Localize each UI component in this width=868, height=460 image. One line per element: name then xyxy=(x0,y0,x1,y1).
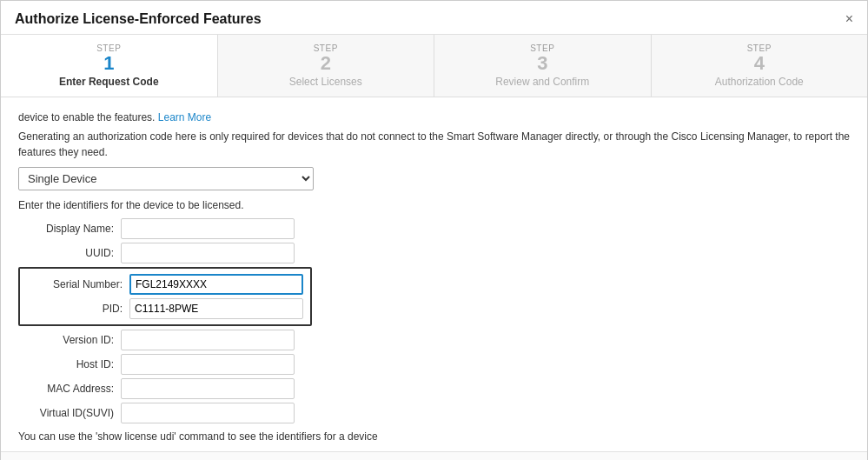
modal-footer: Cancel Next xyxy=(1,451,867,460)
version-id-input[interactable] xyxy=(121,330,295,350)
learn-more-link[interactable]: Learn More xyxy=(158,111,211,123)
device-info-text: device to enable the features. Learn Mor… xyxy=(18,110,850,125)
modal-content: device to enable the features. Learn Mor… xyxy=(1,97,867,451)
steps-bar: STEP 1 Enter Request Code STEP 2 Select … xyxy=(1,35,867,97)
form-row-serial-number: Serial Number: xyxy=(27,274,303,295)
device-text: device to enable the features. xyxy=(18,111,155,123)
form-row-uuid: UUID: xyxy=(18,243,850,263)
uuid-label: UUID: xyxy=(18,247,114,259)
identifiers-label: Enter the identifiers for the device to … xyxy=(18,199,850,211)
dropdown-row: Single Device Multiple Devices xyxy=(18,167,850,190)
form-row-display-name: Display Name: xyxy=(18,218,850,239)
info-line: Generating an authorization code here is… xyxy=(18,129,850,160)
step-2-number: 2 xyxy=(321,53,331,74)
step-4-name: Authorization Code xyxy=(715,76,804,88)
form-row-pid: PID: xyxy=(27,298,303,319)
step-2-name: Select Licenses xyxy=(289,76,362,88)
mac-address-label: MAC Address: xyxy=(18,383,114,395)
form-row-virtual-id: Virtual ID(SUVI) xyxy=(18,403,850,423)
virtual-id-label: Virtual ID(SUVI) xyxy=(18,407,114,419)
step-3-number: 3 xyxy=(537,53,547,74)
display-name-input[interactable] xyxy=(121,218,295,239)
step-1-number: 1 xyxy=(103,53,114,74)
step-1[interactable]: STEP 1 Enter Request Code xyxy=(1,35,218,97)
step-1-name: Enter Request Code xyxy=(59,76,159,88)
host-id-input[interactable] xyxy=(121,354,295,375)
step-2[interactable]: STEP 2 Select Licenses xyxy=(218,35,435,97)
uuid-input[interactable] xyxy=(121,243,295,263)
virtual-id-input[interactable] xyxy=(121,403,295,423)
step-3-name: Review and Confirm xyxy=(495,76,589,88)
step-4-number: 4 xyxy=(754,53,765,74)
step-4[interactable]: STEP 4 Authorization Code xyxy=(652,35,868,97)
host-id-label: Host ID: xyxy=(18,358,114,370)
display-name-label: Display Name: xyxy=(18,223,114,235)
form-section: Display Name: UUID: xyxy=(18,218,850,263)
pid-label: PID: xyxy=(27,303,123,315)
hint-text: You can use the 'show license udi' comma… xyxy=(18,430,850,443)
modal-header: Authorize License-Enforced Features × xyxy=(1,1,867,35)
device-type-select[interactable]: Single Device Multiple Devices xyxy=(18,167,314,190)
highlighted-fields-box: Serial Number: PID: xyxy=(18,267,312,326)
pid-input[interactable] xyxy=(129,298,303,319)
serial-number-label: Serial Number: xyxy=(27,278,123,290)
form-section-lower: Version ID: Host ID: MAC Address: Virtua… xyxy=(18,330,850,423)
close-button[interactable]: × xyxy=(845,12,853,26)
modal-title: Authorize License-Enforced Features xyxy=(15,11,262,27)
serial-number-input[interactable] xyxy=(129,274,303,295)
form-row-mac-address: MAC Address: xyxy=(18,378,850,399)
modal-container: Authorize License-Enforced Features × ST… xyxy=(0,0,868,460)
form-row-version-id: Version ID: xyxy=(18,330,850,350)
version-id-label: Version ID: xyxy=(18,334,114,346)
step-3[interactable]: STEP 3 Review and Confirm xyxy=(434,35,652,97)
form-row-host-id: Host ID: xyxy=(18,354,850,375)
mac-address-input[interactable] xyxy=(121,378,295,399)
